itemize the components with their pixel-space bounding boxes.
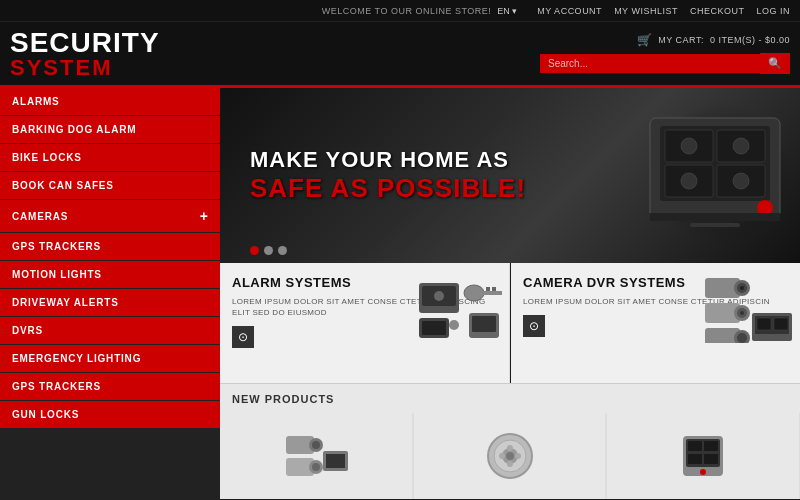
logo-line1: SECURITY [10, 29, 160, 57]
svg-rect-49 [326, 454, 345, 468]
svg-point-64 [700, 469, 706, 475]
svg-point-9 [681, 173, 697, 189]
svg-rect-63 [704, 454, 718, 464]
thumb-svg-3 [668, 426, 738, 486]
sidebar-item-emergency[interactable]: EMERGENCY LIGHTING [0, 345, 220, 372]
svg-point-54 [507, 445, 513, 451]
welcome-text: WELCOME TO OUR ONLINE STORE! [322, 6, 492, 16]
sidebar-item-barking[interactable]: BARKING DOG ALARM [0, 116, 220, 143]
cart-icon: 🛒 [637, 33, 652, 47]
search-bar: 🔍 [540, 53, 790, 74]
sidebar-item-motion[interactable]: MOTION LIGHTS [0, 261, 220, 288]
sidebar-item-book[interactable]: BOOK CAN SAFES [0, 172, 220, 199]
search-input[interactable] [540, 54, 760, 73]
cameras-svg [700, 273, 795, 343]
svg-rect-26 [472, 316, 496, 332]
sidebar-item-alarms[interactable]: ALARMS [0, 88, 220, 115]
svg-point-18 [464, 285, 484, 301]
thumb-image-3 [668, 426, 738, 486]
hero-banner: MAKE YOUR HOME AS SAFE AS POSSIBLE! [220, 88, 800, 263]
svg-point-17 [434, 291, 444, 301]
product-thumb-3[interactable] [607, 413, 800, 499]
login-link[interactable]: LOG IN [756, 6, 790, 16]
thumb-svg-1 [281, 426, 351, 486]
cart-items: 0 ITEM(S) - $0.00 [710, 35, 790, 45]
dot-3[interactable] [278, 246, 287, 255]
logo-line2: SYSTEM [10, 57, 160, 79]
language-selector[interactable]: EN ▾ [497, 6, 517, 16]
sidebar-item-gps[interactable]: GPS TRACKERS [0, 233, 220, 260]
logo[interactable]: SECURITY SYSTEM [10, 29, 160, 79]
sidebar-item-cameras[interactable]: CAMERAS + [0, 200, 220, 232]
header-top-bar: WELCOME TO OUR ONLINE STORE! EN ▾ MY ACC… [0, 0, 800, 22]
svg-point-34 [740, 311, 744, 315]
header-main: SECURITY SYSTEM 🛒 MY CART: 0 ITEM(S) - $… [0, 22, 800, 85]
svg-rect-60 [688, 441, 702, 451]
wishlist-link[interactable]: MY WISHLIST [614, 6, 678, 16]
svg-rect-61 [704, 441, 718, 451]
svg-point-10 [733, 173, 749, 189]
alarm-svg [414, 273, 504, 343]
content-area: MAKE YOUR HOME AS SAFE AS POSSIBLE! [220, 88, 800, 500]
security-device-svg [590, 98, 790, 253]
svg-rect-13 [700, 218, 730, 223]
alarm-product-image [414, 273, 504, 347]
header: WELCOME TO OUR ONLINE STORE! EN ▾ MY ACC… [0, 0, 800, 85]
sidebar-item-gunlocks[interactable]: GUN LOCKS [0, 401, 220, 428]
svg-point-30 [740, 286, 744, 290]
camera-link-icon: ⊙ [529, 319, 539, 333]
dot-2[interactable] [264, 246, 273, 255]
svg-rect-21 [492, 287, 496, 291]
new-products-title: NEW PRODUCTS [232, 393, 334, 405]
svg-point-53 [506, 452, 514, 460]
sidebar-item-dvrs[interactable]: DVRS [0, 317, 220, 344]
thumb-image-2 [475, 426, 545, 486]
svg-point-55 [507, 461, 513, 467]
new-products-header: NEW PRODUCTS [220, 383, 800, 413]
header-right: 🛒 MY CART: 0 ITEM(S) - $0.00 🔍 [540, 33, 790, 74]
svg-rect-62 [688, 454, 702, 464]
svg-rect-40 [757, 318, 771, 330]
checkout-link[interactable]: CHECKOUT [690, 6, 745, 16]
product-thumb-2[interactable] [414, 413, 607, 499]
sidebar: ALARMS BARKING DOG ALARM BIKE LOCKS BOOK… [0, 88, 220, 500]
dot-1[interactable] [250, 246, 259, 255]
product-thumb-1[interactable] [220, 413, 413, 499]
svg-rect-20 [486, 287, 490, 291]
alarm-systems-card: ALARM SYSTEMS LOREM IPSUM DOLOR SIT AMET… [220, 263, 510, 383]
sidebar-item-gps2[interactable]: GPS TRACKERS [0, 373, 220, 400]
svg-rect-14 [690, 223, 740, 227]
hero-text: MAKE YOUR HOME AS SAFE AS POSSIBLE! [220, 127, 556, 224]
my-account-link[interactable]: MY ACCOUNT [537, 6, 602, 16]
hero-line2: SAFE AS POSSIBLE! [250, 173, 526, 204]
svg-rect-41 [774, 318, 788, 330]
sidebar-item-driveway[interactable]: DRIVEWAY ALERTS [0, 289, 220, 316]
alarm-card-link[interactable]: ⊙ [232, 326, 254, 348]
hero-image [590, 98, 790, 257]
sidebar-item-bike[interactable]: BIKE LOCKS [0, 144, 220, 171]
svg-point-7 [681, 138, 697, 154]
svg-rect-23 [422, 321, 446, 335]
cameras-expand-icon: + [200, 208, 208, 224]
svg-rect-19 [482, 291, 502, 295]
camera-product-image [700, 273, 795, 347]
product-thumbnails [220, 413, 800, 499]
product-cards: ALARM SYSTEMS LOREM IPSUM DOLOR SIT AMET… [220, 263, 800, 383]
thumb-image-1 [281, 426, 351, 486]
svg-point-47 [312, 463, 320, 471]
hero-dots [250, 246, 287, 255]
main-layout: ALARMS BARKING DOG ALARM BIKE LOCKS BOOK… [0, 88, 800, 500]
svg-point-24 [449, 320, 459, 330]
svg-point-37 [737, 333, 747, 343]
top-nav: MY ACCOUNT MY WISHLIST CHECKOUT LOG IN [537, 6, 790, 16]
cart-label: MY CART: [658, 35, 704, 45]
svg-point-57 [515, 453, 521, 459]
search-button[interactable]: 🔍 [760, 53, 790, 74]
svg-point-44 [312, 441, 320, 449]
svg-point-56 [499, 453, 505, 459]
hero-line1: MAKE YOUR HOME AS [250, 147, 526, 173]
thumb-svg-2 [475, 426, 545, 486]
camera-card-link[interactable]: ⊙ [523, 315, 545, 337]
alarm-link-icon: ⊙ [238, 330, 248, 344]
svg-point-8 [733, 138, 749, 154]
